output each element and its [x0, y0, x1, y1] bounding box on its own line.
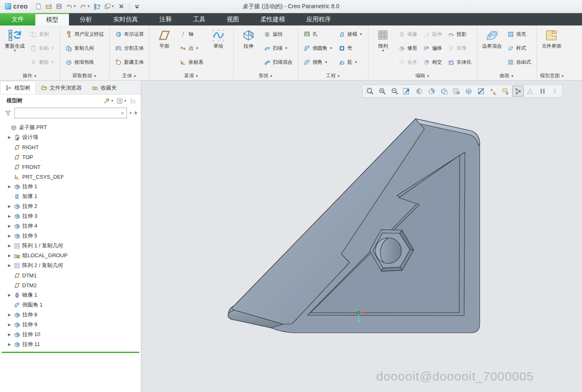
expand-arrow-icon[interactable]: ▶ — [6, 313, 13, 317]
ribbon-button-旋转[interactable]: 旋转 — [261, 27, 295, 41]
gtoolbar-saved-orientations-button[interactable] — [438, 86, 450, 97]
ribbon-tab-模型[interactable]: 模型 — [35, 13, 69, 25]
ribbon-button-倒圆角[interactable]: 倒圆角▼ — [301, 41, 336, 55]
gtoolbar-zoom-out-button[interactable] — [389, 86, 400, 97]
tree-item-TOP[interactable]: TOP — [0, 152, 141, 162]
ribbon-button-元件界面[interactable]: 元件界面 — [539, 27, 564, 49]
ribbon-tab-柔性建模[interactable]: 柔性建模 — [250, 13, 296, 25]
ribbon-group-label[interactable]: 获取数据▼ — [61, 72, 108, 80]
ribbon-button-筋[interactable]: 筋▼ — [336, 55, 366, 69]
tree-item-拉伸 11[interactable]: ▶拉伸 11 — [0, 339, 141, 349]
ribbon-group-label[interactable]: 编辑▼ — [369, 72, 476, 80]
gtoolbar-view-manager-button[interactable] — [451, 86, 462, 97]
ribbon-button-分割主体[interactable]: 分割主体 — [112, 41, 147, 55]
search-dropdown-icon[interactable]: ▼ — [129, 111, 132, 115]
ribbon-button-填充[interactable]: 填充 — [504, 27, 534, 41]
gtoolbar-zoom-window-button[interactable] — [364, 86, 376, 97]
expand-arrow-icon[interactable]: ▶ — [6, 332, 13, 337]
ribbon-button-实体化[interactable]: 实体化 — [445, 55, 474, 69]
tree-search-input[interactable] — [17, 110, 121, 116]
ribbon-group-label[interactable]: 曲面▼ — [478, 72, 536, 80]
ribbon-button-偏移[interactable]: 偏移 — [420, 41, 445, 55]
gtoolbar-refit-button[interactable] — [401, 86, 413, 97]
tree-item-拉伸 8[interactable]: ▶拉伸 8 — [0, 310, 141, 320]
gtoolbar-zoom-in-button[interactable] — [377, 86, 388, 97]
close-window-button[interactable] — [117, 2, 126, 11]
ribbon-button-镜像[interactable]: 镜像 — [396, 27, 420, 41]
gtoolbar-pause-button[interactable] — [537, 86, 548, 97]
ribbon-button-修剪[interactable]: 修剪 — [396, 41, 420, 55]
tree-item-倒圆角 1[interactable]: 倒圆角 1 — [0, 300, 141, 310]
clear-search-icon[interactable]: × — [121, 110, 124, 116]
tree-item-设计项[interactable]: ▶设计项 — [0, 132, 141, 142]
tree-item-PRT_CSYS_DEF[interactable]: PRT_CSYS_DEF — [0, 172, 141, 182]
tree-item-RIGHT[interactable]: RIGHT — [0, 142, 141, 152]
tree-item-组LOCAL_GROUP[interactable]: ▶组LOCAL_GROUP — [0, 251, 141, 261]
gtoolbar-datum-display-button[interactable] — [488, 86, 499, 97]
tree-item-拉伸 9[interactable]: ▶拉伸 9 — [0, 320, 141, 330]
graphics-canvas[interactable]: dooooit@dooooit_7000005 — [141, 81, 582, 392]
ribbon-group-label[interactable]: 工程▼ — [299, 72, 367, 80]
tree-item-阵列 1 / 复制几何[interactable]: ▶阵列 1 / 复制几何 — [0, 241, 141, 251]
tree-item-镜像 1[interactable]: ▶镜像 1 — [0, 290, 141, 300]
expand-arrow-icon[interactable]: ▶ — [6, 214, 13, 218]
ribbon-button-样式[interactable]: 样式 — [504, 41, 534, 55]
customize-qat-button[interactable] — [132, 2, 142, 11]
ribbon-group-label[interactable]: 模型意图▼ — [538, 72, 567, 80]
expand-arrow-icon[interactable]: ▶ — [6, 323, 13, 327]
ribbon-group-label[interactable]: 基准▼ — [150, 72, 232, 80]
ribbon-button-复制几何[interactable]: 复制几何 — [62, 41, 107, 55]
gtoolbar-display-style-button[interactable] — [426, 86, 437, 97]
windows-button[interactable]: ▼ — [103, 2, 116, 11]
ribbon-tab-分析[interactable]: 分析 — [69, 13, 103, 25]
open-button[interactable] — [44, 2, 53, 11]
ribbon-button-草绘[interactable]: 草绘 — [206, 27, 231, 49]
tree-panel-tab-模型树[interactable]: 模型树 — [0, 81, 36, 94]
ribbon-button-轴[interactable]: 轴 — [177, 27, 206, 41]
ribbon-button-自由式[interactable]: 自由式 — [504, 55, 534, 69]
ribbon-button-阵列[interactable]: 阵列▼ — [371, 27, 396, 53]
tree-panel-tab-收藏夹[interactable]: ✳收藏夹 — [87, 82, 122, 94]
gtoolbar-geometry-check-button[interactable] — [524, 86, 536, 97]
gtoolbar-shading-style-button[interactable] — [414, 86, 425, 97]
tree-panel-tab-文件夹浏览器[interactable]: 文件夹浏览器 — [36, 82, 87, 94]
ribbon-button-重新生成[interactable]: 重新生成▼ — [2, 27, 27, 53]
part-3d-view[interactable] — [141, 81, 582, 392]
regenerate-quick-button[interactable] — [92, 2, 102, 11]
gtoolbar-section-button[interactable] — [475, 86, 487, 97]
expand-arrow-icon[interactable]: ▶ — [6, 263, 13, 267]
tree-item-拉伸 10[interactable]: ▶拉伸 10 — [0, 330, 141, 339]
ribbon-button-拔模[interactable]: 拔模▼ — [336, 27, 366, 41]
ribbon-button-粘贴[interactable]: 粘贴▼ — [27, 41, 57, 55]
ribbon-tab-工具[interactable]: 工具 — [182, 13, 216, 25]
ribbon-tab-注释[interactable]: 注释 — [149, 13, 182, 25]
insert-here-indicator[interactable] — [2, 352, 139, 353]
tree-item-DTM2[interactable]: DTM2 — [0, 280, 141, 290]
ribbon-button-扫描混合[interactable]: 扫描混合 — [261, 55, 295, 69]
new-file-button[interactable] — [34, 2, 43, 11]
ribbon-button-新建主体[interactable]: 新建主体 — [112, 55, 147, 69]
ribbon-button-投影[interactable]: 投影 — [445, 27, 474, 41]
tree-show-button[interactable] — [128, 97, 138, 105]
expand-arrow-icon[interactable]: ▶ — [6, 135, 13, 139]
ribbon-button-布尔运算[interactable]: 布尔运算 — [112, 27, 147, 41]
gtoolbar-perspective-button[interactable] — [463, 86, 474, 97]
ribbon-button-拉伸[interactable]: 拉伸 — [236, 27, 261, 49]
ribbon-button-复制[interactable]: 复制 — [27, 27, 57, 41]
gtoolbar-spin-center-button[interactable] — [512, 86, 524, 97]
ribbon-button-扫描[interactable]: 扫描▼ — [261, 41, 295, 55]
tree-item-拉伸 2[interactable]: ▶拉伸 2 — [0, 201, 141, 211]
expand-arrow-icon[interactable]: ▶ — [6, 244, 13, 248]
tree-tools-button[interactable]: ▼ — [102, 97, 115, 105]
ribbon-button-相交[interactable]: 相交 — [420, 55, 445, 69]
ribbon-button-点[interactable]: 点▼ — [177, 41, 206, 55]
ribbon-group-label[interactable]: 形状▼ — [235, 72, 297, 80]
ribbon-button-壳[interactable]: 壳 — [336, 41, 366, 55]
expand-arrow-icon[interactable]: ▶ — [6, 293, 13, 297]
ribbon-button-加厚[interactable]: 加厚 — [445, 41, 474, 55]
expand-arrow-icon[interactable]: ▶ — [6, 234, 13, 238]
ribbon-button-收缩包络[interactable]: 收缩包络 — [62, 55, 107, 69]
ribbon-group-label[interactable]: 主体▼ — [110, 72, 148, 80]
tree-item-拉伸 4[interactable]: ▶拉伸 4 — [0, 221, 141, 231]
gtoolbar-annotation-display-button[interactable] — [500, 86, 511, 97]
